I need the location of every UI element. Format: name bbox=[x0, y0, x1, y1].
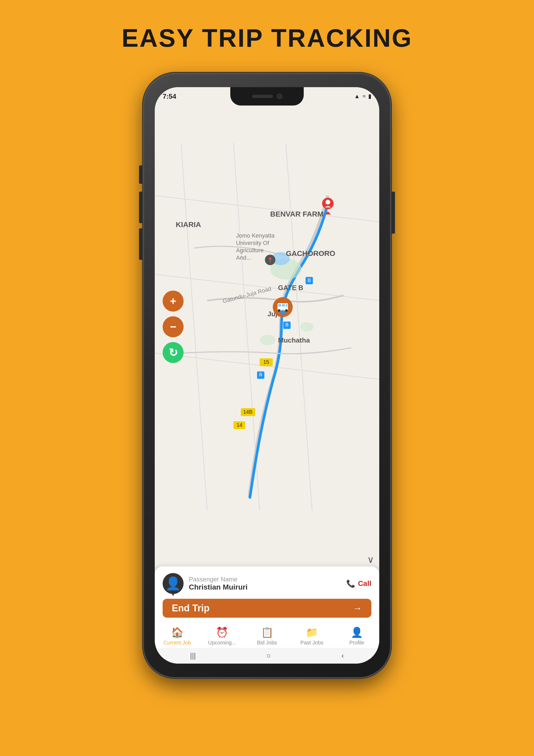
folder-icon: 📁 bbox=[306, 627, 318, 638]
bid-icon: 📋 bbox=[261, 627, 273, 638]
profile-icon: 👤 bbox=[351, 627, 363, 638]
svg-point-9 bbox=[260, 335, 275, 345]
system-nav-bar: ||| ○ ‹ bbox=[155, 648, 379, 663]
signal-icon: ▲ bbox=[354, 93, 360, 100]
map-area[interactable]: Gatundu-Juja Road KIARIA BENVAR FARM Jom… bbox=[155, 87, 379, 566]
end-trip-label: End Trip bbox=[172, 603, 210, 614]
home-icon: 🏠 bbox=[171, 627, 183, 638]
back-button[interactable]: ‹ bbox=[342, 652, 344, 660]
svg-rect-42 bbox=[286, 304, 288, 307]
end-trip-arrow-icon: → bbox=[353, 603, 362, 614]
avatar-pin bbox=[171, 592, 175, 596]
svg-rect-40 bbox=[278, 304, 281, 307]
svg-text:B: B bbox=[285, 322, 289, 327]
svg-text:B: B bbox=[308, 278, 311, 283]
speaker bbox=[252, 95, 273, 98]
svg-rect-0 bbox=[155, 143, 379, 511]
zoom-out-button[interactable]: − bbox=[163, 316, 184, 337]
svg-text:And...: And... bbox=[236, 255, 251, 261]
phone-mockup: 7:54 ▲ ≈ ▮ bbox=[144, 73, 390, 677]
passenger-panel: 👤 Passenger Name Christian Muiruri 📞 Cal… bbox=[155, 566, 379, 622]
passenger-info: 👤 Passenger Name Christian Muiruri bbox=[163, 573, 248, 594]
avatar: 👤 bbox=[163, 573, 184, 594]
refresh-location-button[interactable]: ↻ bbox=[163, 342, 184, 363]
volume-mute-button bbox=[139, 165, 144, 184]
map-svg: Gatundu-Juja Road KIARIA BENVAR FARM Jom… bbox=[155, 87, 379, 566]
svg-text:GATE B: GATE B bbox=[278, 284, 303, 292]
call-button[interactable]: 📞 Call bbox=[346, 579, 371, 588]
end-trip-button[interactable]: End Trip → bbox=[163, 599, 371, 618]
nav-profile[interactable]: 👤 Profile bbox=[334, 627, 379, 646]
collapse-chevron-icon[interactable]: ∨ bbox=[367, 554, 374, 565]
nav-upcoming[interactable]: ⏰ Upcoming... bbox=[200, 627, 244, 646]
svg-point-35 bbox=[325, 200, 330, 204]
svg-point-44 bbox=[279, 309, 286, 316]
volume-up-button bbox=[139, 192, 144, 223]
nav-upcoming-label: Upcoming... bbox=[208, 640, 236, 646]
recent-apps-button[interactable]: ||| bbox=[190, 652, 196, 660]
camera bbox=[277, 94, 282, 99]
svg-text:14B: 14B bbox=[243, 409, 253, 415]
svg-text:Muchatha: Muchatha bbox=[278, 336, 310, 344]
volume-down-button bbox=[139, 229, 144, 260]
svg-text:14: 14 bbox=[237, 422, 242, 428]
nav-bid-jobs[interactable]: 📋 Bid Jobs bbox=[244, 627, 289, 646]
zoom-in-button[interactable]: + bbox=[163, 291, 184, 311]
avatar-icon: 👤 bbox=[165, 576, 181, 591]
clock-icon: ⏰ bbox=[216, 627, 228, 638]
wifi-icon: ≈ bbox=[363, 93, 366, 100]
call-label: Call bbox=[358, 579, 371, 588]
svg-text:BENVAR FARM: BENVAR FARM bbox=[270, 210, 323, 218]
svg-text:15: 15 bbox=[263, 359, 269, 365]
status-icons: ▲ ≈ ▮ bbox=[354, 93, 371, 100]
passenger-label: Passenger Name bbox=[189, 576, 248, 583]
battery-icon: ▮ bbox=[368, 93, 371, 100]
page-title: EASY TRIP TRACKING bbox=[122, 24, 413, 52]
map-controls: + − ↻ bbox=[163, 291, 184, 363]
status-time: 7:54 bbox=[163, 93, 176, 100]
power-button bbox=[390, 192, 395, 234]
nav-current-job-label: Current Job bbox=[164, 640, 191, 646]
nav-bid-jobs-label: Bid Jobs bbox=[257, 640, 277, 646]
svg-text:📍: 📍 bbox=[267, 257, 273, 263]
passenger-name: Christian Muiruri bbox=[189, 583, 248, 591]
home-button[interactable]: ○ bbox=[267, 652, 271, 660]
passenger-text: Passenger Name Christian Muiruri bbox=[189, 576, 248, 591]
svg-text:B: B bbox=[259, 372, 262, 377]
nav-current-job[interactable]: 🏠 Current Job bbox=[155, 627, 200, 646]
svg-text:KIARIA: KIARIA bbox=[176, 221, 201, 229]
phone-screen: 7:54 ▲ ≈ ▮ bbox=[155, 87, 379, 663]
svg-text:Agriculture: Agriculture bbox=[236, 247, 264, 254]
nav-past-jobs-label: Past Jobs bbox=[300, 640, 323, 646]
svg-text:GACHORORO: GACHORORO bbox=[286, 249, 335, 257]
passenger-row: 👤 Passenger Name Christian Muiruri 📞 Cal… bbox=[163, 573, 371, 594]
svg-rect-41 bbox=[282, 304, 285, 307]
svg-text:Jomo Kenyatta: Jomo Kenyatta bbox=[236, 232, 275, 239]
svg-point-10 bbox=[300, 322, 314, 332]
phone-icon: 📞 bbox=[346, 579, 355, 588]
notch bbox=[230, 87, 304, 105]
svg-text:University Of: University Of bbox=[236, 240, 269, 246]
nav-profile-label: Profile bbox=[349, 640, 364, 646]
nav-past-jobs[interactable]: 📁 Past Jobs bbox=[290, 627, 334, 646]
